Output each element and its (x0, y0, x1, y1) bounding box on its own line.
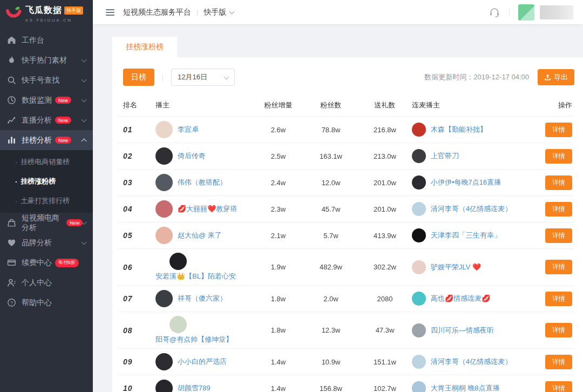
link-broadcaster-name-link[interactable]: 天津李四「三生有幸」 (431, 231, 501, 240)
detail-button[interactable]: 详情 (545, 381, 572, 392)
action-cell: 详情 (526, 381, 574, 392)
link-broadcaster-avatar[interactable] (412, 175, 426, 190)
link-broadcaster-name-link[interactable]: 大胃王桐桐 晚8点直播 (431, 383, 500, 392)
sidebar-badge: New (66, 219, 83, 226)
broadcaster-avatar[interactable] (170, 253, 187, 270)
topbar: 短视频生态服务平台 | 快手版 (93, 0, 583, 24)
detail-button[interactable]: 详情 (545, 355, 572, 369)
collapse-menu-icon[interactable] (106, 9, 114, 16)
action-cell: 详情 (526, 175, 574, 190)
link-broadcaster-avatar[interactable] (412, 149, 426, 163)
sidebar-item-live-analysis[interactable]: 直播分析New (0, 110, 93, 130)
gifts-value: 47.3w (358, 326, 412, 334)
detail-button[interactable]: 详情 (545, 149, 572, 164)
link-broadcaster-name-link[interactable]: 驴嫂平荣JLV ❤️ (431, 262, 481, 272)
broadcaster-name-link[interactable]: 安若溪👑【BL】陌若心安 (155, 272, 236, 281)
gifts-value: 201.0w (358, 205, 412, 213)
link-broadcaster-name-link[interactable]: 清河李哥（4亿情感连麦） (431, 357, 512, 367)
link-broadcaster-avatar[interactable] (412, 381, 426, 392)
broadcaster-avatar[interactable] (155, 147, 173, 165)
sidebar-subitem-rank-fans-growth[interactable]: ·挂榜涨粉榜 (0, 172, 93, 191)
action-cell: 详情 (526, 149, 574, 164)
link-broadcaster-cell: 高也💋情感连麦💋 (412, 292, 526, 306)
tab-rank-fans-growth[interactable]: 挂榜涨粉榜 (112, 37, 177, 57)
link-broadcaster-avatar[interactable] (412, 355, 426, 369)
col-fans-total: 粉丝数 (304, 100, 358, 110)
link-broadcaster-name-link[interactable]: 清河李哥（4亿情感连麦） (431, 204, 512, 214)
link-broadcaster-name-link[interactable]: 小伊伊•每晚7点16直播 (431, 178, 501, 187)
toolbar: 日榜 12月16日 数据更新时间：2019-12-17 04:00 导出 (112, 57, 583, 94)
broadcaster-avatar[interactable] (170, 316, 187, 333)
detail-button[interactable]: 详情 (545, 175, 572, 190)
broadcaster-avatar[interactable] (155, 121, 173, 138)
link-broadcaster-name-link[interactable]: 四川可乐—情感夜听 (431, 326, 494, 335)
broadcaster-name-link[interactable]: 倚后传奇 (178, 151, 206, 161)
detail-button[interactable]: 详情 (545, 260, 572, 274)
broadcaster-name-link[interactable]: 阳哥@有点帅【修坤堂】 (155, 335, 233, 344)
username-redacted (540, 5, 573, 19)
link-broadcaster-avatar[interactable] (412, 323, 426, 337)
broadcaster-name-link[interactable]: 胡颜雪789 (178, 383, 211, 392)
broadcaster-name-link[interactable]: 小小白的严选店 (178, 357, 227, 367)
link-broadcaster-avatar[interactable] (412, 202, 426, 216)
link-broadcaster-avatar[interactable] (412, 260, 426, 274)
bag-icon (7, 218, 16, 227)
sidebar-subitem-rank-ecommerce-sales[interactable]: ·挂榜电商销量榜 (0, 152, 93, 172)
broadcaster-avatar[interactable] (155, 174, 173, 191)
detail-button[interactable]: 详情 (545, 292, 572, 306)
sidebar-item-hot-materials[interactable]: 快手热门素材 (0, 50, 93, 70)
sidebar-item-help-center[interactable]: ?帮助中心 (0, 293, 93, 313)
fans-total-value: 163.1w (304, 152, 358, 160)
detail-button[interactable]: 详情 (545, 202, 572, 217)
broadcaster-name-link[interactable]: 李宣卓 (178, 125, 199, 134)
broadcaster-avatar[interactable] (155, 290, 173, 307)
sidebar-badge: New (55, 97, 71, 104)
sidebar-item-video-ecommerce[interactable]: 短视频电商分析New (0, 213, 93, 233)
broadcaster-avatar[interactable] (155, 200, 173, 218)
table-row: 02倚后传奇2.5w163.1w213.0w上官带刀详情 (118, 143, 574, 170)
fans-total-value: 482.9w (304, 263, 358, 271)
action-cell: 详情 (526, 292, 574, 306)
rank-number: 04 (118, 205, 155, 213)
link-broadcaster-name-link[interactable]: 上官带刀 (431, 151, 459, 161)
broadcaster-name-link[interactable]: 赵大仙@ 来了 (178, 231, 222, 240)
broadcaster-avatar[interactable] (155, 380, 173, 392)
user-avatar[interactable] (518, 4, 534, 21)
sidebar-item-rank-analysis[interactable]: 挂榜分析New (0, 130, 93, 150)
col-link-broadcaster: 连麦播主 (412, 100, 526, 110)
version-switcher[interactable]: 快手版 (204, 8, 234, 17)
detail-button[interactable]: 详情 (545, 228, 572, 243)
date-select[interactable]: 12月16日 (171, 69, 235, 86)
sidebar-item-workbench[interactable]: 工作台 (0, 30, 93, 50)
broadcaster-name-link[interactable]: 祥哥（傻六家） (178, 294, 227, 303)
support-headset-icon[interactable] (489, 6, 500, 18)
export-button[interactable]: 导出 (538, 69, 574, 85)
submenu-label: 挂榜电商销量榜 (21, 157, 70, 167)
sidebar-item-account-search[interactable]: 快手号查找 (0, 70, 93, 90)
sidebar-subitem-tuhao-reward-rank[interactable]: ·土豪打赏排行榜 (0, 191, 93, 211)
broadcaster-cell: 💋大丽丽❤️教穿搭 (155, 200, 253, 218)
link-broadcaster-avatar[interactable] (412, 292, 426, 306)
sidebar-item-personal-center[interactable]: 个人中心 (0, 273, 93, 293)
link-broadcaster-avatar[interactable] (412, 228, 426, 242)
broadcaster-name-link[interactable]: 💋大丽丽❤️教穿搭 (178, 204, 237, 214)
sidebar-item-brand-analysis[interactable]: 品牌分析 (0, 233, 93, 253)
sidebar-item-data-monitor[interactable]: 数据监测New (0, 90, 93, 110)
detail-button[interactable]: 详情 (545, 323, 572, 337)
link-broadcaster-name-link[interactable]: 木森【勤能补拙】 (431, 125, 487, 134)
rank-number: 05 (118, 231, 155, 240)
fire-icon (7, 56, 16, 65)
sidebar-item-label: 直播分析 (22, 116, 52, 125)
broadcaster-avatar[interactable] (155, 353, 173, 370)
sidebar-item-renewal-center[interactable]: 续费中心年付6折 (0, 253, 93, 273)
brand-logo[interactable]: 飞瓜数据快手版 KS.FEIGUA.CN (0, 0, 93, 26)
broadcaster-name-link[interactable]: 伟伟（教搭配） (178, 178, 227, 187)
detail-button[interactable]: 详情 (545, 123, 572, 137)
link-broadcaster-avatar[interactable] (412, 123, 426, 137)
daily-rank-button[interactable]: 日榜 (123, 69, 154, 86)
heart-icon (7, 238, 16, 247)
rank-number: 07 (118, 294, 155, 303)
link-broadcaster-name-link[interactable]: 高也💋情感连麦💋 (431, 294, 490, 303)
broadcaster-avatar[interactable] (155, 227, 173, 244)
brand-version-badge: 快手版 (64, 6, 83, 15)
